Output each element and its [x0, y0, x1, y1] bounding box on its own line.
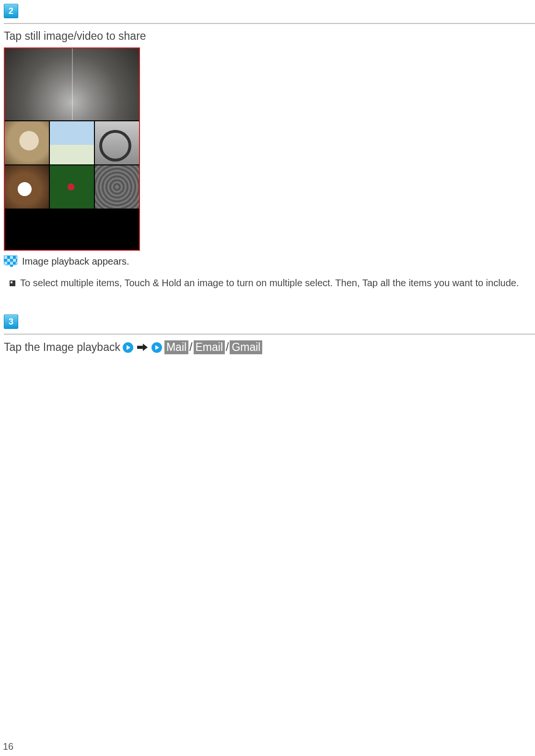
divider [4, 23, 535, 24]
gallery-thumb [95, 209, 139, 251]
share-icon [137, 342, 148, 353]
slash: / [226, 341, 229, 354]
multiple-select-tip: To select multiple items, Touch & Hold a… [20, 276, 535, 291]
result-flag-icon [4, 256, 17, 267]
page-number: 16 [3, 741, 13, 752]
arrow-right-icon [151, 342, 162, 353]
gallery-thumbnail-grid [5, 120, 139, 251]
option-mail: Mail [164, 340, 188, 354]
gallery-screenshot [4, 47, 140, 251]
gallery-thumb [95, 121, 139, 164]
gallery-thumb [50, 165, 94, 209]
gallery-thumb [5, 121, 49, 164]
step-3-prefix: Tap the Image playback [4, 341, 120, 354]
option-gmail: Gmail [230, 340, 262, 354]
image-playback-note: Image playback appears. [22, 256, 129, 267]
step-badge-2: 2 [4, 4, 18, 18]
gallery-thumb [95, 165, 139, 209]
gallery-thumb [50, 209, 94, 251]
gallery-thumb [50, 121, 94, 164]
arrow-right-icon [123, 342, 133, 353]
step-badge-3: 3 [4, 314, 18, 329]
divider [4, 334, 535, 335]
gallery-hero-image [5, 48, 139, 120]
step-3-instruction: Tap the Image playback Mail/Email/Gmail [4, 340, 535, 354]
gallery-thumb [5, 209, 49, 251]
step-2-title: Tap still image/video to share [4, 30, 535, 43]
slash: / [189, 341, 192, 354]
gallery-thumb [5, 165, 49, 209]
option-email: Email [194, 340, 225, 354]
